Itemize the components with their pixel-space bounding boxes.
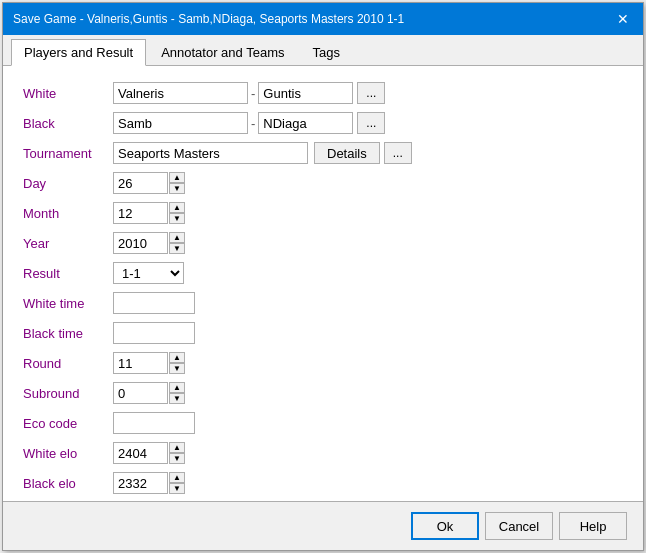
white-elo-up-btn[interactable]: ▲ bbox=[169, 442, 185, 453]
title-bar: Save Game - Valneris,Guntis - Samb,NDiag… bbox=[3, 3, 643, 35]
black-label: Black bbox=[23, 116, 113, 131]
white-elo-input[interactable] bbox=[113, 442, 168, 464]
year-spinner: ▲ ▼ bbox=[113, 232, 185, 254]
black-first-input[interactable] bbox=[258, 112, 353, 134]
white-elo-spinner: ▲ ▼ bbox=[113, 442, 185, 464]
day-spinner: ▲ ▼ bbox=[113, 172, 185, 194]
year-up-btn[interactable]: ▲ bbox=[169, 232, 185, 243]
month-row: Month ▲ ▼ bbox=[23, 202, 623, 224]
month-spinner: ▲ ▼ bbox=[113, 202, 185, 224]
cancel-button[interactable]: Cancel bbox=[485, 512, 553, 540]
white-name-sep: - bbox=[251, 86, 255, 101]
year-input[interactable] bbox=[113, 232, 168, 254]
subround-down-btn[interactable]: ▼ bbox=[169, 393, 185, 404]
result-label: Result bbox=[23, 266, 113, 281]
white-elo-spinner-btns: ▲ ▼ bbox=[169, 442, 185, 464]
black-dots-button[interactable]: ... bbox=[357, 112, 385, 134]
month-label: Month bbox=[23, 206, 113, 221]
subround-row: Subround ▲ ▼ bbox=[23, 382, 623, 404]
black-row: Black - ... bbox=[23, 112, 623, 134]
white-last-input[interactable] bbox=[113, 82, 248, 104]
white-row: White - ... bbox=[23, 82, 623, 104]
white-first-input[interactable] bbox=[258, 82, 353, 104]
white-elo-label: White elo bbox=[23, 446, 113, 461]
eco-label: Eco code bbox=[23, 416, 113, 431]
tab-annotator-and-teams[interactable]: Annotator and Teams bbox=[148, 39, 297, 65]
result-select[interactable]: 1-1 1-0 0-1 0.5-0.5 * bbox=[113, 262, 184, 284]
result-row: Result 1-1 1-0 0-1 0.5-0.5 * bbox=[23, 262, 623, 284]
eco-input[interactable] bbox=[113, 412, 195, 434]
round-up-btn[interactable]: ▲ bbox=[169, 352, 185, 363]
eco-row: Eco code bbox=[23, 412, 623, 434]
form-content: White - ... Black - ... Tournament D bbox=[3, 66, 643, 501]
subround-up-btn[interactable]: ▲ bbox=[169, 382, 185, 393]
round-row: Round ▲ ▼ bbox=[23, 352, 623, 374]
white-time-row: White time bbox=[23, 292, 623, 314]
year-label: Year bbox=[23, 236, 113, 251]
tournament-input[interactable] bbox=[113, 142, 308, 164]
white-time-input[interactable] bbox=[113, 292, 195, 314]
month-spinner-btns: ▲ ▼ bbox=[169, 202, 185, 224]
footer: Ok Cancel Help bbox=[3, 501, 643, 550]
day-up-btn[interactable]: ▲ bbox=[169, 172, 185, 183]
subround-spinner-btns: ▲ ▼ bbox=[169, 382, 185, 404]
white-name-inputs: - ... bbox=[113, 82, 385, 104]
day-spinner-btns: ▲ ▼ bbox=[169, 172, 185, 194]
subround-input[interactable] bbox=[113, 382, 168, 404]
tab-tags[interactable]: Tags bbox=[299, 39, 352, 65]
white-dots-button[interactable]: ... bbox=[357, 82, 385, 104]
day-row: Day ▲ ▼ bbox=[23, 172, 623, 194]
tournament-inputs: Details ... bbox=[113, 142, 412, 164]
black-time-label: Black time bbox=[23, 326, 113, 341]
black-elo-input[interactable] bbox=[113, 472, 168, 494]
black-elo-up-btn[interactable]: ▲ bbox=[169, 472, 185, 483]
black-elo-down-btn[interactable]: ▼ bbox=[169, 483, 185, 494]
month-up-btn[interactable]: ▲ bbox=[169, 202, 185, 213]
round-spinner-btns: ▲ ▼ bbox=[169, 352, 185, 374]
black-time-row: Black time bbox=[23, 322, 623, 344]
ok-button[interactable]: Ok bbox=[411, 512, 479, 540]
tab-bar: Players and Result Annotator and Teams T… bbox=[3, 35, 643, 66]
white-elo-row: White elo ▲ ▼ bbox=[23, 442, 623, 464]
month-down-btn[interactable]: ▼ bbox=[169, 213, 185, 224]
tournament-dots-button[interactable]: ... bbox=[384, 142, 412, 164]
day-down-btn[interactable]: ▼ bbox=[169, 183, 185, 194]
black-time-input[interactable] bbox=[113, 322, 195, 344]
year-down-btn[interactable]: ▼ bbox=[169, 243, 185, 254]
year-spinner-btns: ▲ ▼ bbox=[169, 232, 185, 254]
help-button[interactable]: Help bbox=[559, 512, 627, 540]
month-input[interactable] bbox=[113, 202, 168, 224]
close-icon[interactable]: ✕ bbox=[613, 9, 633, 29]
subround-label: Subround bbox=[23, 386, 113, 401]
black-elo-label: Black elo bbox=[23, 476, 113, 491]
black-last-input[interactable] bbox=[113, 112, 248, 134]
round-label: Round bbox=[23, 356, 113, 371]
window-title: Save Game - Valneris,Guntis - Samb,NDiag… bbox=[13, 12, 404, 26]
round-down-btn[interactable]: ▼ bbox=[169, 363, 185, 374]
white-label: White bbox=[23, 86, 113, 101]
black-elo-spinner-btns: ▲ ▼ bbox=[169, 472, 185, 494]
day-input[interactable] bbox=[113, 172, 168, 194]
tournament-row: Tournament Details ... bbox=[23, 142, 623, 164]
black-elo-spinner: ▲ ▼ bbox=[113, 472, 185, 494]
subround-spinner: ▲ ▼ bbox=[113, 382, 185, 404]
day-label: Day bbox=[23, 176, 113, 191]
round-input[interactable] bbox=[113, 352, 168, 374]
details-button[interactable]: Details bbox=[314, 142, 380, 164]
white-elo-down-btn[interactable]: ▼ bbox=[169, 453, 185, 464]
white-time-label: White time bbox=[23, 296, 113, 311]
tournament-label: Tournament bbox=[23, 146, 113, 161]
black-name-sep: - bbox=[251, 116, 255, 131]
black-elo-row: Black elo ▲ ▼ bbox=[23, 472, 623, 494]
tab-players-and-result[interactable]: Players and Result bbox=[11, 39, 146, 66]
round-spinner: ▲ ▼ bbox=[113, 352, 185, 374]
main-window: Save Game - Valneris,Guntis - Samb,NDiag… bbox=[2, 2, 644, 551]
black-name-inputs: - ... bbox=[113, 112, 385, 134]
year-row: Year ▲ ▼ bbox=[23, 232, 623, 254]
